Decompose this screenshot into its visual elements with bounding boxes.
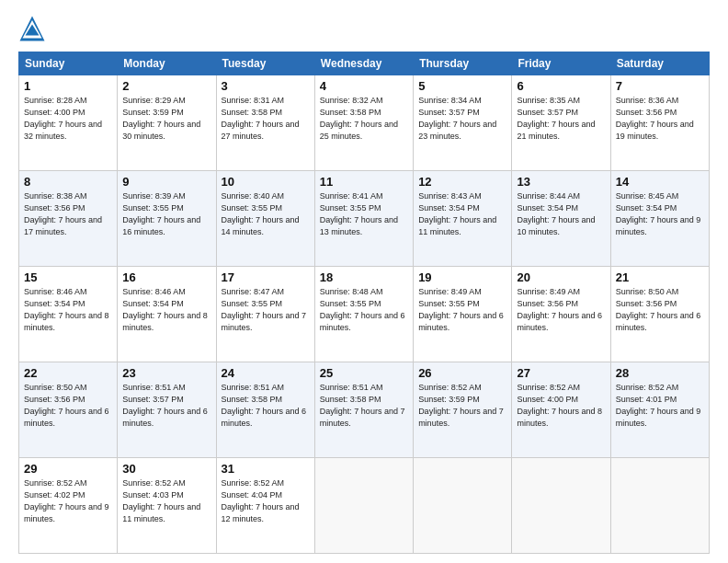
day-info: Sunrise: 8:49 AMSunset: 3:55 PMDaylight:… [418, 286, 506, 334]
day-info: Sunrise: 8:44 AMSunset: 3:54 PMDaylight:… [517, 190, 605, 238]
week-row-3: 15Sunrise: 8:46 AMSunset: 3:54 PMDayligh… [19, 267, 710, 362]
day-info: Sunrise: 8:47 AMSunset: 3:55 PMDaylight:… [222, 286, 310, 334]
day-number: 6 [517, 79, 605, 93]
day-info: Sunrise: 8:52 AMSunset: 4:02 PMDaylight:… [24, 477, 112, 525]
day-cell: 13Sunrise: 8:44 AMSunset: 3:54 PMDayligh… [512, 171, 610, 267]
day-info: Sunrise: 8:51 AMSunset: 3:57 PMDaylight:… [122, 382, 210, 430]
day-cell: 18Sunrise: 8:48 AMSunset: 3:55 PMDayligh… [314, 267, 413, 362]
day-info: Sunrise: 8:46 AMSunset: 3:54 PMDaylight:… [122, 286, 210, 334]
day-cell: 24Sunrise: 8:51 AMSunset: 3:58 PMDayligh… [216, 362, 314, 458]
day-cell: 2Sunrise: 8:29 AMSunset: 3:59 PMDaylight… [118, 75, 216, 171]
day-info: Sunrise: 8:35 AMSunset: 3:57 PMDaylight:… [517, 95, 605, 143]
day-info: Sunrise: 8:48 AMSunset: 3:55 PMDaylight:… [320, 286, 408, 334]
week-row-5: 29Sunrise: 8:52 AMSunset: 4:02 PMDayligh… [19, 458, 710, 554]
day-cell: 16Sunrise: 8:46 AMSunset: 3:54 PMDayligh… [118, 267, 216, 362]
day-number: 4 [320, 79, 408, 93]
day-info: Sunrise: 8:51 AMSunset: 3:58 PMDaylight:… [320, 382, 408, 430]
day-number: 22 [24, 366, 112, 380]
day-number: 30 [122, 462, 210, 476]
day-cell: 22Sunrise: 8:50 AMSunset: 3:56 PMDayligh… [19, 362, 118, 458]
day-cell: 21Sunrise: 8:50 AMSunset: 3:56 PMDayligh… [610, 267, 709, 362]
day-info: Sunrise: 8:40 AMSunset: 3:55 PMDaylight:… [222, 190, 310, 238]
day-number: 14 [616, 175, 704, 189]
day-number: 15 [24, 270, 112, 284]
day-cell: 29Sunrise: 8:52 AMSunset: 4:02 PMDayligh… [19, 458, 118, 554]
day-number: 13 [517, 175, 605, 189]
day-cell: 6Sunrise: 8:35 AMSunset: 3:57 PMDaylight… [512, 75, 610, 171]
day-number: 9 [122, 175, 210, 189]
day-cell: 3Sunrise: 8:31 AMSunset: 3:58 PMDaylight… [216, 75, 314, 171]
day-cell: 7Sunrise: 8:36 AMSunset: 3:56 PMDaylight… [610, 75, 709, 171]
day-number: 12 [418, 175, 506, 189]
day-cell: 14Sunrise: 8:45 AMSunset: 3:54 PMDayligh… [610, 171, 709, 267]
header-cell-friday: Friday [512, 52, 610, 75]
day-number: 11 [320, 175, 408, 189]
day-cell [314, 458, 413, 554]
day-number: 1 [24, 79, 112, 93]
page: SundayMondayTuesdayWednesdayThursdayFrid… [0, 0, 728, 563]
day-cell: 30Sunrise: 8:52 AMSunset: 4:03 PMDayligh… [118, 458, 216, 554]
day-number: 23 [122, 366, 210, 380]
day-cell: 5Sunrise: 8:34 AMSunset: 3:57 PMDaylight… [414, 75, 512, 171]
day-cell [414, 458, 512, 554]
day-number: 20 [517, 270, 605, 284]
day-number: 31 [222, 462, 310, 476]
calendar-body: 1Sunrise: 8:28 AMSunset: 4:00 PMDaylight… [19, 75, 710, 554]
day-number: 25 [320, 366, 408, 380]
header-cell-wednesday: Wednesday [314, 52, 413, 75]
header-cell-tuesday: Tuesday [216, 52, 314, 75]
calendar-header: SundayMondayTuesdayWednesdayThursdayFrid… [19, 52, 710, 75]
logo [18, 15, 50, 42]
week-row-2: 8Sunrise: 8:38 AMSunset: 3:56 PMDaylight… [19, 171, 710, 267]
day-number: 24 [222, 366, 310, 380]
day-info: Sunrise: 8:38 AMSunset: 3:56 PMDaylight:… [24, 190, 112, 238]
day-info: Sunrise: 8:50 AMSunset: 3:56 PMDaylight:… [24, 382, 112, 430]
day-number: 28 [616, 366, 704, 380]
day-cell: 8Sunrise: 8:38 AMSunset: 3:56 PMDaylight… [19, 171, 118, 267]
day-number: 29 [24, 462, 112, 476]
day-info: Sunrise: 8:34 AMSunset: 3:57 PMDaylight:… [418, 95, 506, 143]
day-info: Sunrise: 8:50 AMSunset: 3:56 PMDaylight:… [616, 286, 704, 334]
day-number: 19 [418, 270, 506, 284]
day-number: 21 [616, 270, 704, 284]
day-cell: 28Sunrise: 8:52 AMSunset: 4:01 PMDayligh… [610, 362, 709, 458]
header-cell-thursday: Thursday [414, 52, 512, 75]
day-cell [610, 458, 709, 554]
day-number: 17 [222, 270, 310, 284]
day-cell: 1Sunrise: 8:28 AMSunset: 4:00 PMDaylight… [19, 75, 118, 171]
day-cell [512, 458, 610, 554]
day-number: 10 [222, 175, 310, 189]
day-number: 7 [616, 79, 704, 93]
header [18, 15, 710, 42]
day-cell: 4Sunrise: 8:32 AMSunset: 3:58 PMDaylight… [314, 75, 413, 171]
day-info: Sunrise: 8:52 AMSunset: 4:03 PMDaylight:… [122, 477, 210, 525]
day-cell: 19Sunrise: 8:49 AMSunset: 3:55 PMDayligh… [414, 267, 512, 362]
day-number: 3 [222, 79, 310, 93]
day-cell: 12Sunrise: 8:43 AMSunset: 3:54 PMDayligh… [414, 171, 512, 267]
day-info: Sunrise: 8:52 AMSunset: 4:04 PMDaylight:… [222, 477, 310, 525]
header-cell-sunday: Sunday [19, 52, 118, 75]
day-info: Sunrise: 8:31 AMSunset: 3:58 PMDaylight:… [222, 95, 310, 143]
day-info: Sunrise: 8:32 AMSunset: 3:58 PMDaylight:… [320, 95, 408, 143]
day-number: 16 [122, 270, 210, 284]
day-number: 8 [24, 175, 112, 189]
day-info: Sunrise: 8:52 AMSunset: 4:01 PMDaylight:… [616, 382, 704, 430]
header-cell-saturday: Saturday [610, 52, 709, 75]
day-info: Sunrise: 8:43 AMSunset: 3:54 PMDaylight:… [418, 190, 506, 238]
day-cell: 25Sunrise: 8:51 AMSunset: 3:58 PMDayligh… [314, 362, 413, 458]
day-cell: 10Sunrise: 8:40 AMSunset: 3:55 PMDayligh… [216, 171, 314, 267]
day-number: 26 [418, 366, 506, 380]
day-cell: 17Sunrise: 8:47 AMSunset: 3:55 PMDayligh… [216, 267, 314, 362]
day-info: Sunrise: 8:46 AMSunset: 3:54 PMDaylight:… [24, 286, 112, 334]
day-cell: 11Sunrise: 8:41 AMSunset: 3:55 PMDayligh… [314, 171, 413, 267]
day-info: Sunrise: 8:45 AMSunset: 3:54 PMDaylight:… [616, 190, 704, 238]
day-cell: 23Sunrise: 8:51 AMSunset: 3:57 PMDayligh… [118, 362, 216, 458]
logo-icon [18, 15, 46, 42]
calendar-table: SundayMondayTuesdayWednesdayThursdayFrid… [18, 52, 710, 554]
day-info: Sunrise: 8:51 AMSunset: 3:58 PMDaylight:… [222, 382, 310, 430]
week-row-1: 1Sunrise: 8:28 AMSunset: 4:00 PMDaylight… [19, 75, 710, 171]
day-info: Sunrise: 8:39 AMSunset: 3:55 PMDaylight:… [122, 190, 210, 238]
day-cell: 15Sunrise: 8:46 AMSunset: 3:54 PMDayligh… [19, 267, 118, 362]
day-number: 2 [122, 79, 210, 93]
day-number: 18 [320, 270, 408, 284]
